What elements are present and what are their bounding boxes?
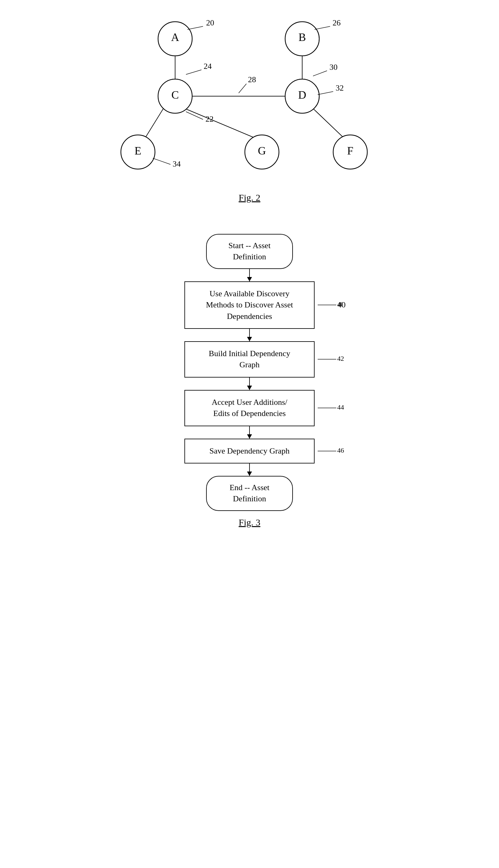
fig2-label: Fig. 2 — [239, 192, 260, 203]
start-node: Start -- AssetDefinition — [206, 234, 293, 269]
svg-text:C: C — [171, 89, 179, 101]
svg-line-30 — [318, 92, 333, 95]
build-node: Build Initial DependencyGraph — [184, 341, 315, 378]
page-content: A 20 B 26 C 22 24 D 30 — [0, 0, 499, 540]
fig2-diagram: A 20 B 26 C 22 24 D 30 — [110, 12, 389, 186]
save-node: Save Dependency Graph — [184, 439, 315, 463]
svg-text:40: 40 — [337, 302, 342, 308]
svg-text:F: F — [347, 145, 353, 157]
arrow-4 — [249, 426, 250, 439]
fig3-flowchart: Start -- AssetDefinition Use Available D… — [141, 234, 358, 511]
svg-text:D: D — [298, 89, 306, 101]
svg-text:30: 30 — [329, 63, 338, 72]
svg-text:B: B — [299, 31, 306, 44]
svg-text:26: 26 — [332, 18, 341, 27]
svg-text:22: 22 — [206, 115, 214, 123]
svg-line-24 — [186, 70, 202, 74]
svg-text:46: 46 — [337, 448, 344, 454]
arrow-3 — [249, 378, 250, 390]
svg-line-28 — [313, 71, 327, 76]
arrow-2 — [249, 329, 250, 341]
end-node: End -- AssetDefinition — [206, 476, 293, 511]
arrow-5 — [249, 463, 250, 476]
discover-node: Use Available DiscoveryMethods to Discov… — [184, 281, 315, 329]
svg-text:20: 20 — [206, 18, 214, 27]
svg-text:32: 32 — [336, 83, 344, 93]
svg-text:34: 34 — [173, 159, 181, 168]
svg-line-14 — [187, 26, 203, 29]
svg-line-10 — [312, 107, 345, 140]
fig3-label: Fig. 3 — [239, 517, 260, 528]
accept-node: Accept User Additions/Edits of Dependenc… — [184, 390, 315, 426]
svg-line-36 — [153, 158, 170, 164]
svg-text:28: 28 — [248, 75, 256, 84]
svg-line-18 — [315, 26, 330, 29]
svg-text:A: A — [171, 31, 179, 44]
svg-line-32 — [239, 84, 246, 93]
svg-line-6 — [144, 107, 164, 140]
svg-text:44: 44 — [337, 405, 344, 411]
arrow-1 — [249, 269, 250, 281]
svg-text:24: 24 — [204, 62, 212, 71]
svg-line-8 — [181, 107, 259, 140]
svg-text:42: 42 — [337, 356, 344, 362]
svg-text:G: G — [258, 145, 266, 157]
svg-text:E: E — [134, 145, 141, 157]
